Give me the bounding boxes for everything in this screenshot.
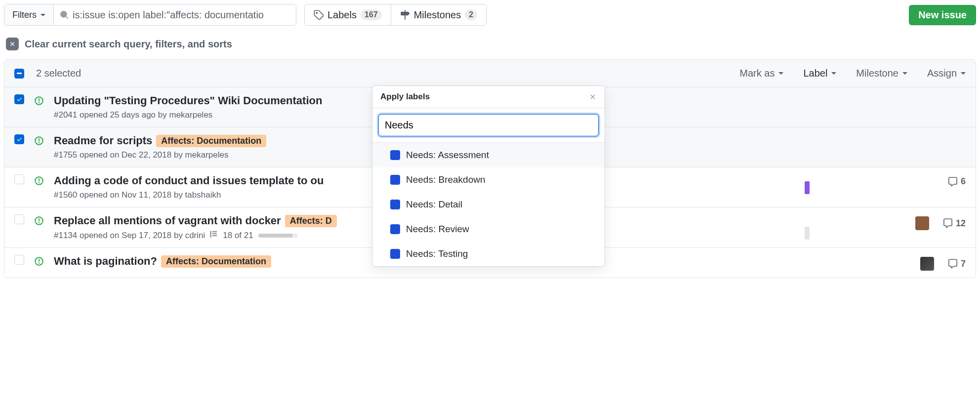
filter-search-group: Filters [4, 4, 296, 26]
label-option[interactable]: Needs: Assessment [372, 143, 605, 167]
caret-down-icon [902, 72, 907, 75]
label-option[interactable]: Needs: Detail [372, 192, 605, 217]
label-chip[interactable]: Affects: Documentation [156, 135, 266, 147]
milestones-button[interactable]: Milestones 2 [391, 4, 487, 25]
checklist-icon [210, 230, 218, 241]
clear-filters-row[interactable]: Clear current search query, filters, and… [4, 30, 976, 59]
issue-row-right: 12 [915, 214, 966, 230]
caret-down-icon [831, 72, 836, 75]
issue-title[interactable]: Replace all mentions of vagrant with doc… [54, 214, 281, 227]
swatch-icon [390, 224, 400, 234]
issue-title[interactable]: What is pagination? [54, 255, 157, 268]
progress-bar [258, 234, 298, 238]
comments-count[interactable]: 7 [948, 259, 966, 269]
caret-down-icon [961, 72, 966, 75]
comments-count[interactable]: 6 [948, 176, 966, 187]
issue-title[interactable]: Updating "Testing Procedures" Wiki Docum… [54, 94, 322, 107]
clear-filters-text: Clear current search query, filters, and… [25, 39, 232, 50]
search-icon [60, 10, 69, 19]
avatar[interactable] [920, 257, 934, 271]
select-all-checkbox[interactable] [14, 69, 24, 79]
swatch-icon [390, 249, 400, 259]
label-option[interactable]: Needs: Testing [372, 242, 605, 266]
clear-x-icon [6, 38, 19, 50]
popover-title: Apply labels [380, 92, 430, 102]
filters-label: Filters [12, 10, 37, 20]
apply-labels-popover: Apply labels Needs: Assessment Needs: Br… [372, 85, 605, 267]
progress-text: 18 of 21 [223, 231, 253, 241]
popover-header: Apply labels [372, 86, 605, 108]
issue-checkbox[interactable] [14, 94, 24, 104]
bulk-actions: Mark as Label Milestone Assign [739, 68, 966, 79]
popover-options: Needs: Assessment Needs: Breakdown Needs… [372, 143, 605, 266]
swatch-icon [390, 175, 400, 185]
open-issue-icon [34, 256, 44, 266]
label-action[interactable]: Label [803, 68, 836, 79]
labels-label: Labels [327, 9, 357, 21]
issues-list: 2 selected Mark as Label Milestone Assig… [4, 59, 976, 278]
label-chip[interactable]: Affects: D [285, 215, 337, 227]
milestones-count: 2 [465, 9, 477, 20]
open-issue-icon [34, 136, 44, 146]
labels-milestones-group: Labels 167 Milestones 2 [304, 4, 487, 26]
swatch-icon [390, 150, 400, 160]
search-input[interactable] [73, 9, 292, 21]
caret-down-icon [778, 72, 783, 75]
tag-icon [314, 10, 324, 20]
open-issue-icon [34, 176, 44, 186]
issue-checkbox[interactable] [14, 214, 24, 224]
milestone-icon [400, 10, 410, 20]
new-issue-button[interactable]: New issue [909, 5, 976, 25]
search-input-wrap[interactable] [54, 4, 296, 25]
milestone-action[interactable]: Milestone [856, 68, 907, 79]
issue-checkbox[interactable] [14, 174, 24, 184]
issue-row-right: 6 [948, 174, 966, 187]
issues-list-header: 2 selected Mark as Label Milestone Assig… [4, 60, 976, 87]
label-chip[interactable]: Affects: Documentation [161, 255, 271, 268]
avatar[interactable] [915, 216, 929, 230]
labels-count: 167 [361, 9, 382, 20]
caret-down-icon [41, 14, 45, 16]
comments-count[interactable]: 12 [943, 218, 966, 229]
swatch-icon [390, 200, 400, 209]
label-option[interactable]: Needs: Review [372, 217, 605, 242]
open-issue-icon [34, 216, 44, 226]
selected-count: 2 selected [36, 68, 81, 79]
toolbar: Filters Labels 167 Milestones 2 New issu… [4, 0, 976, 30]
issue-title[interactable]: Adding a code of conduct and issues temp… [54, 174, 324, 187]
popover-search-wrap [372, 108, 605, 143]
mark-as-action[interactable]: Mark as [739, 68, 783, 79]
filters-button[interactable]: Filters [4, 4, 54, 25]
issue-checkbox[interactable] [14, 255, 24, 265]
assign-action[interactable]: Assign [927, 68, 966, 79]
close-icon[interactable] [589, 93, 597, 101]
popover-search-input[interactable] [378, 114, 599, 136]
issue-title[interactable]: Readme for scripts [54, 134, 152, 147]
issue-checkbox[interactable] [14, 134, 24, 144]
label-option[interactable]: Needs: Breakdown [372, 167, 605, 192]
milestones-label: Milestones [414, 9, 461, 21]
labels-button[interactable]: Labels 167 [305, 4, 391, 25]
issue-row-right: 7 [920, 255, 966, 271]
open-issue-icon [34, 96, 44, 106]
